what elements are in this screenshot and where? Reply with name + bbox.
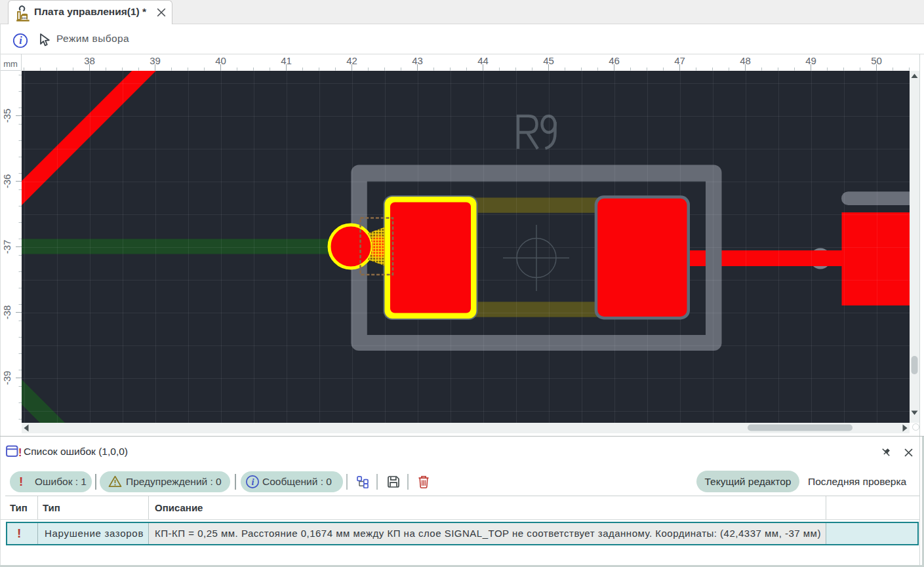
svg-text:44: 44 (477, 55, 489, 66)
svg-text:41: 41 (281, 55, 292, 66)
svg-text:46: 46 (609, 55, 620, 66)
svg-text:48: 48 (740, 55, 751, 66)
svg-text:43: 43 (412, 55, 423, 66)
svg-text:39: 39 (150, 55, 161, 66)
svg-text:47: 47 (674, 55, 685, 66)
svg-text:45: 45 (543, 55, 554, 66)
svg-text:40: 40 (215, 55, 226, 66)
svg-text:42: 42 (346, 55, 357, 66)
svg-text:!: ! (18, 447, 22, 458)
svg-text:49: 49 (805, 55, 816, 66)
svg-text:-36: -36 (1, 174, 12, 189)
svg-text:i: i (19, 35, 22, 46)
svg-text:-37: -37 (1, 240, 12, 254)
svg-text:50: 50 (871, 55, 882, 66)
svg-text:i: i (251, 477, 254, 487)
svg-text:-39: -39 (1, 371, 12, 385)
svg-text:38: 38 (84, 55, 95, 66)
svg-text:-35: -35 (1, 109, 12, 123)
svg-text:-38: -38 (1, 305, 12, 320)
